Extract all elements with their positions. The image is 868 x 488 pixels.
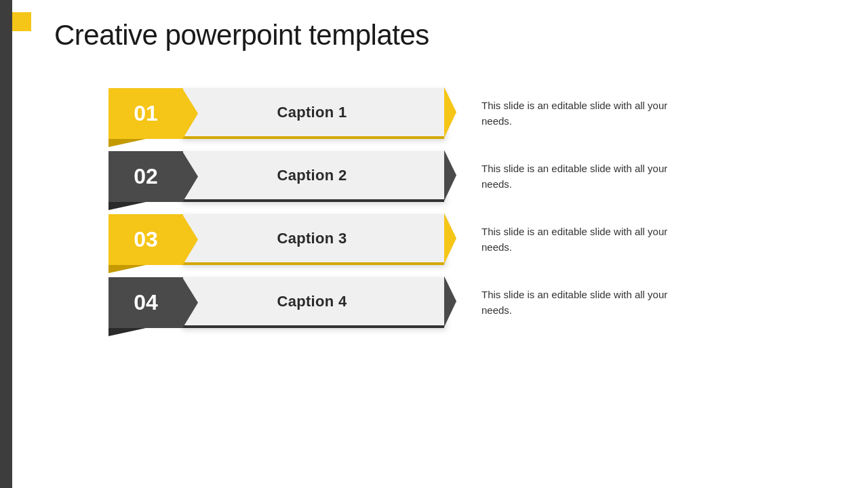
caption-text-3: Caption 3 <box>277 230 347 247</box>
description-3: This slide is an editable slide with all… <box>481 224 678 255</box>
caption-text-1: Caption 1 <box>277 104 347 121</box>
caption-bar-4: Caption 4 <box>180 277 444 328</box>
badge-fold-3 <box>108 265 146 273</box>
caption-text-2: Caption 2 <box>277 167 347 184</box>
list-item: 03 Caption 3 This slide is an editable s… <box>108 214 719 265</box>
badge-fold-1 <box>108 139 146 147</box>
number-text-4: 04 <box>134 290 158 315</box>
caption-bar-1: Caption 1 <box>180 88 444 139</box>
description-1: This slide is an editable slide with all… <box>481 98 678 129</box>
caption-bar-3: Caption 3 <box>180 214 444 265</box>
number-badge-1: 01 <box>108 88 183 139</box>
badge-fold-4 <box>108 328 146 336</box>
description-2: This slide is an editable slide with all… <box>481 161 678 192</box>
badge-fold-2 <box>108 202 146 210</box>
left-bar-dark <box>0 0 12 488</box>
list-item: 01 Caption 1 This slide is an editable s… <box>108 88 719 139</box>
description-4: This slide is an editable slide with all… <box>481 287 678 318</box>
number-text-2: 02 <box>134 164 158 189</box>
list-item: 02 Caption 2 This slide is an editable s… <box>108 151 719 202</box>
list-item: 04 Caption 4 This slide is an editable s… <box>108 277 719 328</box>
caption-bar-2: Caption 2 <box>180 151 444 202</box>
page-title: Creative powerpoint templates <box>54 19 429 52</box>
number-text-1: 01 <box>134 101 158 126</box>
number-text-3: 03 <box>134 227 158 252</box>
left-bar-yellow <box>12 12 31 31</box>
number-badge-2: 02 <box>108 151 183 202</box>
items-container: 01 Caption 1 This slide is an editable s… <box>108 88 719 340</box>
number-badge-4: 04 <box>108 277 183 328</box>
caption-text-4: Caption 4 <box>277 293 347 310</box>
number-badge-3: 03 <box>108 214 183 265</box>
